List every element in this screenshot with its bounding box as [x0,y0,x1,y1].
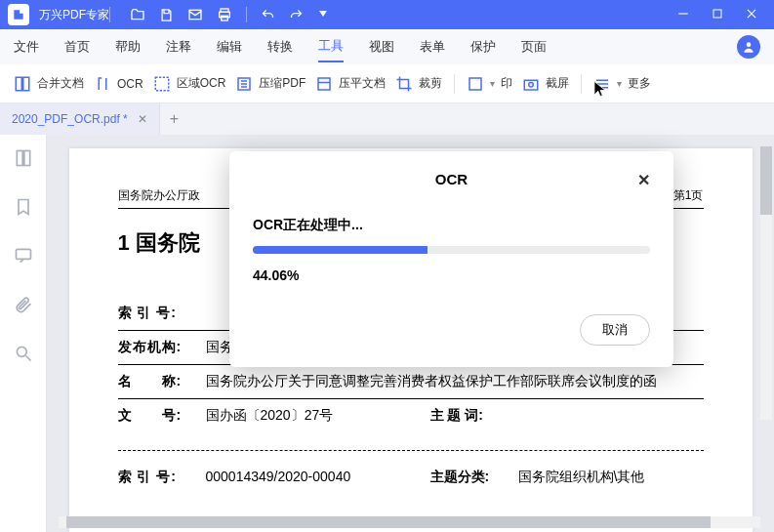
thumbnails-icon[interactable] [14,148,33,172]
svg-rect-5 [713,10,721,18]
svg-rect-15 [469,78,481,90]
row-docno-val: 国办函〔2020〕27号 [206,407,430,425]
save-icon[interactable] [159,8,174,22]
svg-rect-13 [318,78,330,90]
row-name-val: 国务院办公厅关于同意调整完善消费者权益保护工作部际联席会议制度的函 [206,373,704,390]
app-title: 万兴PDF专家 [39,7,109,23]
window-controls [676,7,766,23]
row-name-label: 名 称: [118,373,206,390]
tool-compress[interactable]: 压缩PDF [235,75,306,93]
toolbar: 合并文档 OCR 区域OCR 压缩PDF 压平文档 裁剪 ▾印 截屏 ▾更多 [0,64,774,103]
svg-line-25 [25,356,30,361]
avatar[interactable] [737,35,760,59]
toolbar-sep [454,74,455,94]
row-docno-label: 文 号: [118,407,206,425]
svg-rect-22 [23,151,29,166]
document-tab[interactable]: 2020_PDF_OCR.pdf * ✕ [0,103,160,135]
app-logo [8,4,29,25]
svg-rect-10 [23,77,29,91]
row-class-val: 国务院组织机构\其他 [518,469,704,486]
dialog-message: OCR正在处理中... [253,217,650,234]
maximize-icon[interactable] [712,8,723,22]
row-subject-label: 主 题 词: [430,407,518,425]
crop-icon [395,75,413,93]
quick-actions [130,7,329,22]
tool-flatten[interactable]: 压平文档 [315,75,386,93]
titlebar-sep2 [246,7,247,22]
menu-convert[interactable]: 转换 [267,32,293,61]
menu-tools[interactable]: 工具 [318,31,344,62]
dash-separator [118,450,704,451]
menubar: 文件 首页 帮助 注释 编辑 转换 工具 视图 表单 保护 页面 [0,29,774,64]
tool-crop[interactable]: 裁剪 [395,75,442,93]
row-index2-label: 索 引 号: [118,469,206,486]
progress-fill [253,246,428,254]
svg-point-24 [17,347,26,356]
row-pub-label: 发布机构: [118,339,206,356]
svg-rect-21 [17,151,22,166]
mail-icon[interactable] [187,7,203,22]
menu-view[interactable]: 视图 [369,32,394,61]
tab-close-icon[interactable]: ✕ [138,112,147,126]
tab-add-icon[interactable]: + [160,110,188,128]
tool-watermark[interactable]: ▾印 [467,75,512,93]
menu-file[interactable]: 文件 [14,32,39,61]
flatten-icon [315,75,333,93]
progress-bar [253,246,650,254]
dialog-title: OCR [435,171,468,187]
page-header-left: 国务院办公厅政 [118,187,200,204]
svg-point-8 [747,42,752,47]
print-icon[interactable] [217,7,232,22]
menu-help[interactable]: 帮助 [115,32,141,61]
menu-protect[interactable]: 保护 [470,32,496,61]
open-icon[interactable] [130,7,145,22]
watermark-icon [467,75,484,93]
redo-icon[interactable] [289,8,304,22]
ocr-dialog: OCR ✕ OCR正在处理中... 44.06% 取消 [229,151,673,367]
progress-percent: 44.06% [253,267,650,283]
tool-ocr[interactable]: OCR [94,75,143,93]
titlebar: 万兴PDF专家 [0,0,774,29]
minimize-icon[interactable] [676,7,690,23]
row-index2-val: 000014349/2020-00040 [206,469,430,486]
hscroll-thumb[interactable] [66,516,711,528]
camera-icon [522,75,540,93]
bookmark-icon[interactable] [14,197,33,221]
undo-icon[interactable] [261,8,275,22]
row-class-label: 主题分类: [430,469,518,486]
tool-more[interactable]: ▾更多 [593,75,651,93]
row-index-label: 索 引 号: [118,305,206,322]
tool-screenshot[interactable]: 截屏 [522,75,569,93]
tab-title: 2020_PDF_OCR.pdf * [12,112,128,126]
dialog-close-icon[interactable]: ✕ [637,171,650,189]
svg-rect-16 [525,80,539,90]
cancel-button[interactable]: 取消 [580,314,650,346]
menu-edit[interactable]: 编辑 [217,32,242,61]
close-icon[interactable] [745,7,758,23]
scroll-thumb[interactable] [760,146,772,215]
menu-home[interactable]: 首页 [64,32,90,61]
menu-page[interactable]: 页面 [521,32,547,61]
menu-forms[interactable]: 表单 [420,32,445,61]
svg-rect-23 [16,249,30,259]
tool-area-ocr[interactable]: 区域OCR [153,75,226,93]
vertical-scrollbar[interactable] [760,146,772,420]
menu-annotate[interactable]: 注释 [166,32,191,61]
search-icon[interactable] [14,344,33,367]
merge-icon [14,75,31,93]
svg-rect-9 [16,77,21,91]
svg-point-17 [529,82,534,87]
tool-merge[interactable]: 合并文档 [14,75,84,93]
sidebar [0,135,47,532]
more-icon [593,75,611,93]
svg-rect-11 [155,77,169,91]
area-ocr-icon [153,75,171,93]
horizontal-scrollbar[interactable] [59,516,760,528]
compress-icon [235,75,253,93]
attachment-icon[interactable] [14,295,33,318]
dropdown-icon[interactable] [317,9,329,20]
toolbar-sep2 [581,74,582,94]
comments-icon[interactable] [14,246,33,269]
titlebar-sep [109,7,110,22]
tabbar: 2020_PDF_OCR.pdf * ✕ + [0,103,774,135]
